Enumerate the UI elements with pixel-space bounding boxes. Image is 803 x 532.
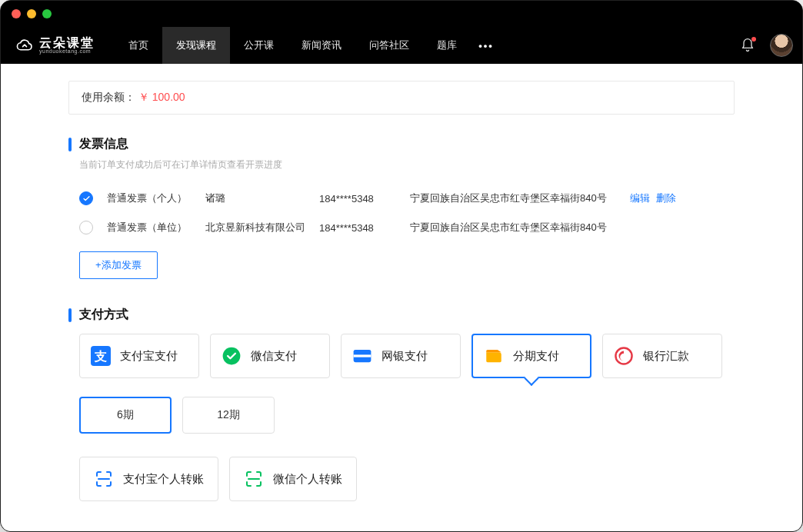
zoom-dot[interactable]: [42, 9, 52, 18]
pay-label: 微信支付: [251, 349, 297, 364]
balance-box: 使用余额： ￥ 100.00: [68, 81, 735, 115]
installment-12[interactable]: 12期: [182, 397, 275, 434]
invoice-name: 诸璐: [205, 191, 305, 205]
nav-news[interactable]: 新闻资讯: [288, 27, 355, 64]
invoice-radio-personal[interactable]: [79, 191, 93, 205]
delete-link[interactable]: 删除: [656, 192, 676, 204]
notification-bell[interactable]: [736, 34, 759, 57]
pay-method-bank[interactable]: 银行汇款: [602, 334, 722, 378]
invoice-radio-company[interactable]: [79, 221, 93, 234]
scan-icon: [94, 469, 114, 489]
edit-link[interactable]: 编辑: [630, 192, 650, 204]
installment-6[interactable]: 6期: [79, 397, 172, 434]
pay-method-wechat[interactable]: 微信支付: [210, 334, 330, 378]
invoice-row-company: 普通发票（单位） 北京昱新科技有限公司 184****5348 宁夏回族自治区吴…: [68, 213, 735, 242]
invoice-subtitle: 当前订单支付成功后可在订单详情页查看开票进度: [79, 158, 735, 171]
nav-more[interactable]: •••: [471, 40, 501, 52]
installment-options: 6期 12期: [68, 397, 735, 434]
invoice-section: 发票信息 当前订单支付成功后可在订单详情页查看开票进度 普通发票（个人） 诸璐 …: [68, 136, 735, 279]
notification-dot-icon: [751, 37, 756, 42]
balance-label: 使用余额：: [82, 91, 135, 103]
invoice-address: 宁夏回族自治区吴忠市红寺堡区幸福街840号: [410, 221, 610, 234]
payment-title: 支付方式: [68, 307, 735, 323]
pay-label: 分期支付: [513, 349, 559, 364]
nav-discover[interactable]: 发现课程: [162, 27, 230, 64]
transfer-label: 微信个人转账: [273, 472, 342, 487]
svg-rect-4: [354, 354, 372, 357]
pay-label: 支付宝支付: [120, 349, 178, 364]
balance-value: ￥ 100.00: [138, 91, 185, 103]
pay-method-unionpay[interactable]: 网银支付: [341, 334, 461, 378]
mac-titlebar: [1, 1, 802, 27]
invoice-row-personal: 普通发票（个人） 诸璐 184****5348 宁夏回族自治区吴忠市红寺堡区幸福…: [68, 184, 735, 213]
nav-home[interactable]: 首页: [115, 27, 162, 64]
minimize-dot[interactable]: [27, 9, 36, 18]
nav-qa[interactable]: 问答社区: [355, 27, 423, 64]
bank-icon: [614, 346, 634, 366]
svg-text:支: 支: [94, 349, 107, 363]
user-avatar[interactable]: [770, 34, 793, 57]
alipay-icon: 支: [91, 346, 111, 366]
invoice-address: 宁夏回族自治区吴忠市红寺堡区幸福街840号: [410, 191, 610, 205]
unionpay-icon: [352, 346, 372, 366]
invoice-phone: 184****5348: [319, 193, 396, 204]
svg-point-5: [615, 347, 631, 364]
nav-exam[interactable]: 题库: [423, 27, 471, 64]
brand-logo[interactable]: 云朵课堂 yunduoketang.com: [15, 35, 95, 55]
brand-name: 云朵课堂: [39, 37, 95, 49]
invoice-actions: 编辑 删除: [630, 191, 679, 205]
payment-section: 支付方式 支 支付宝支付 微信支付: [68, 307, 735, 501]
add-invoice-button[interactable]: +添加发票: [79, 251, 158, 279]
pay-method-installment[interactable]: 分期支付: [471, 334, 591, 378]
transfer-label: 支付宝个人转账: [123, 472, 204, 487]
scan-icon: [244, 469, 264, 489]
transfer-wechat-personal[interactable]: 微信个人转账: [229, 457, 357, 501]
invoice-type: 普通发票（个人）: [107, 191, 192, 205]
pay-label: 银行汇款: [643, 349, 689, 364]
app-window: 云朵课堂 yunduoketang.com 首页 发现课程 公开课 新闻资讯 问…: [0, 0, 803, 532]
transfer-alipay-personal[interactable]: 支付宝个人转账: [79, 457, 218, 501]
invoice-title: 发票信息: [68, 136, 735, 152]
top-nav: 云朵课堂 yunduoketang.com 首页 发现课程 公开课 新闻资讯 问…: [1, 27, 802, 64]
nav-items: 首页 发现课程 公开课 新闻资讯 问答社区 题库 •••: [115, 27, 501, 64]
brand-domain: yunduoketang.com: [39, 48, 95, 54]
main-content: 使用余额： ￥ 100.00 发票信息 当前订单支付成功后可在订单详情页查看开票…: [1, 64, 802, 524]
invoice-phone: 184****5348: [319, 222, 396, 234]
pay-method-alipay[interactable]: 支 支付宝支付: [79, 334, 199, 378]
nav-open-class[interactable]: 公开课: [230, 27, 288, 64]
installment-icon: [484, 346, 504, 366]
invoice-type: 普通发票（单位）: [107, 221, 192, 234]
personal-transfers: 支付宝个人转账 微信个人转账: [68, 457, 735, 501]
wechat-icon: [222, 346, 242, 366]
pay-label: 网银支付: [382, 349, 428, 364]
close-dot[interactable]: [12, 9, 21, 18]
invoice-name: 北京昱新科技有限公司: [205, 221, 305, 234]
payment-methods: 支 支付宝支付 微信支付 网银支付: [68, 334, 735, 378]
cloud-icon: [15, 35, 35, 55]
